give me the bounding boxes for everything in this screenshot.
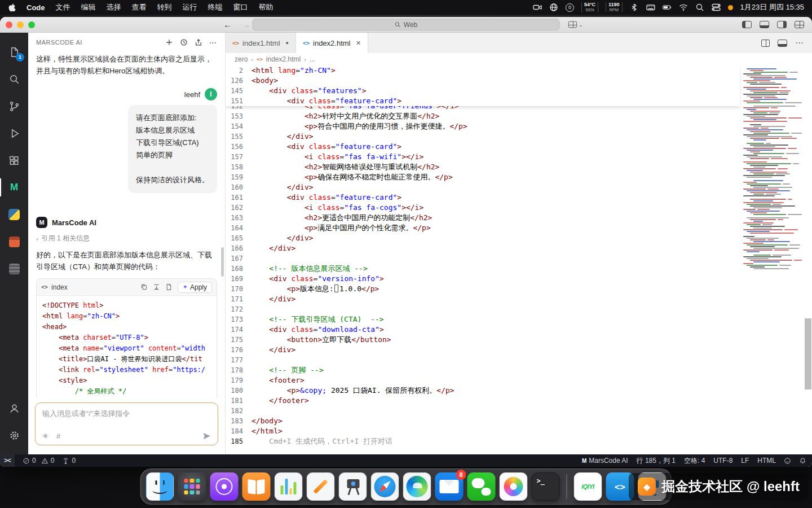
dock-mail-icon[interactable]: 8 [435,472,464,501]
code-line[interactable]: 155 </div> [226,132,812,142]
menubar-app-name[interactable]: Code [27,3,45,12]
minimap[interactable] [741,65,804,454]
code-line[interactable]: 176 </div> [226,345,812,355]
code-line[interactable]: 161 <div class="feature-card"> [226,192,812,203]
code-line[interactable]: 178 <!-- 页脚 --> [226,365,812,375]
fan-sensor[interactable]: 1190 RPM [606,2,623,12]
code-line[interactable]: 170 <p>版本信息:1.0.0</p> [226,284,812,294]
menubar-item[interactable]: 终端 [208,2,223,12]
chat-thread[interactable]: 这样，特性展示区域就会在页面的主体内容之后显示，并且与现有的导航栏和Hero区域… [28,52,225,398]
bell-icon[interactable] [799,457,806,465]
toggle-panel-icon[interactable] [760,21,769,28]
history-back-button[interactable]: ← [223,20,232,29]
window-titlebar[interactable]: ← → Web ⌄ [0,17,812,33]
toggle-sidebar-icon[interactable] [742,21,752,28]
dock-photos-icon[interactable] [500,472,528,501]
chat-input[interactable]: 输入消息或者“/”来选择指令 ✳ # [35,402,218,445]
code-line[interactable]: 158 <h2>智能网络错误处理与重试机制</h2> [226,162,812,172]
close-window-button[interactable] [6,21,12,28]
code-line[interactable]: 165 </div> [226,233,812,243]
menubar-item[interactable]: 转到 [157,2,172,12]
code-line[interactable]: 179 <footer> [226,375,812,386]
code-line[interactable]: 175 <button>立即下载</button> [226,335,812,345]
insert-at-cursor-icon[interactable] [153,283,160,291]
code-editor[interactable]: 152 <i class="fas fa-user-friends"></i>1… [226,65,812,454]
new-file-icon[interactable] [165,283,173,291]
dock-podcasts-icon[interactable] [210,472,239,501]
dock-launchpad-icon[interactable] [178,472,206,501]
code-line[interactable]: 163 <h2>更适合中国用户的功能定制</h2> [226,213,812,223]
settings-gear-icon[interactable] [0,422,28,449]
layout-quick-toggle[interactable]: ⌄ [568,21,583,28]
code-line[interactable]: 126<body> [226,76,740,86]
send-message-icon[interactable] [202,432,211,440]
dock-safari-icon[interactable] [371,472,399,501]
dock-numbers-icon[interactable] [275,472,303,501]
statusbar-item[interactable]: UTF-8 [713,457,732,465]
commands-icon[interactable]: ✳ [42,432,48,440]
code-line[interactable]: 166 </div> [226,243,812,253]
source-control-icon[interactable] [0,93,28,120]
menubar-item[interactable]: 选择 [107,2,121,12]
code-line[interactable]: 162 <i class="fas fa-cogs"></i> [226,203,812,213]
code-line[interactable]: 183</body> [226,416,812,426]
code-line[interactable]: 157 <i class="fas fa-wifi"></i> [226,152,812,162]
more-actions-icon[interactable]: ⋯ [795,38,804,48]
search-icon[interactable] [0,65,28,93]
code-line[interactable]: 154 <p>符合中国用户的使用习惯，操作更便捷。</p> [226,121,812,132]
customize-layout-icon[interactable] [795,21,804,28]
code-line[interactable]: 181 </footer> [226,396,812,406]
code-line[interactable]: 173 <!-- 下载引导区域 (CTA) --> [226,314,812,325]
menubar-item[interactable]: 帮助 [259,2,273,12]
editor-scrollbar[interactable] [804,65,812,454]
code-line[interactable]: 174 <div class="download-cta"> [226,325,812,335]
close-tab-icon[interactable]: × [356,38,361,47]
explorer-icon[interactable]: 1 [0,38,28,65]
statusbar-item[interactable]: MMarsCode AI [582,457,628,465]
statusbar-item[interactable]: 行 185，列 1 [637,456,676,466]
code-line[interactable]: 172 [226,304,812,314]
context-hash-icon[interactable]: # [56,432,60,440]
dock-wechat-icon[interactable] [467,472,496,501]
remote-indicator[interactable]: >< [0,454,15,467]
statusbar-item[interactable]: LF [741,457,749,465]
copy-icon[interactable] [140,283,148,291]
feedback-icon[interactable] [784,457,791,465]
history-icon[interactable] [180,38,188,46]
dock-photobooth-icon[interactable] [339,472,367,501]
code-line[interactable]: 164 <p>满足中国用户的个性化需求。</p> [226,223,812,233]
ports-indicator[interactable]: 0 [62,457,76,465]
scrollbar-thumb[interactable] [805,318,811,389]
temperature-sensor[interactable]: 54°C SEN [581,2,598,12]
user-avatar[interactable]: l [205,88,217,100]
code-line[interactable]: 185 Cmd+I 生成代码，Ctrl+I 打开对话 [226,436,812,446]
split-editor-icon[interactable] [761,40,770,47]
control-center-icon[interactable] [712,3,721,12]
dock-terminal-icon[interactable]: >_ [532,472,560,501]
battery-icon[interactable] [663,3,672,12]
new-chat-icon[interactable] [165,38,173,46]
command-center-search[interactable]: Web [253,19,560,30]
wifi-icon[interactable] [679,3,688,12]
dock-pages-icon[interactable] [307,472,335,501]
code-line[interactable]: 180 <p>&copy; 2025 口袋AI. 保留所有权利。</p> [226,386,812,396]
bluetooth-icon[interactable] [630,3,639,12]
code-line[interactable]: 169 <div class="version-info"> [226,274,812,284]
minimize-window-button[interactable] [17,21,24,28]
video-camera-icon[interactable] [533,3,542,12]
problems-indicator[interactable]: 0 0 [23,457,54,465]
dock-finder-icon[interactable] [146,472,174,501]
run-debug-icon[interactable] [0,120,28,147]
statusbar-item[interactable]: 空格: 4 [684,456,705,466]
code-line[interactable]: 177 [226,355,812,365]
code-line[interactable]: 156 <div class="feature-card"> [226,142,812,152]
extensions-icon[interactable] [0,147,28,174]
menubar-item[interactable]: 文件 [56,2,70,12]
counter-ring-icon[interactable]: 0 [566,3,574,12]
menubar-item[interactable]: 运行 [183,2,197,12]
reference-toggle[interactable]: › 引用 1 相关信息 [36,234,217,243]
apply-button[interactable]: ✦ Apply [178,282,212,293]
history-forward-button[interactable]: → [242,20,250,29]
code-line[interactable]: 159 <p>确保在网络不稳定时也能正常使用。</p> [226,172,812,182]
code-line[interactable]: 151 <div class="feature-card"> [226,96,740,106]
